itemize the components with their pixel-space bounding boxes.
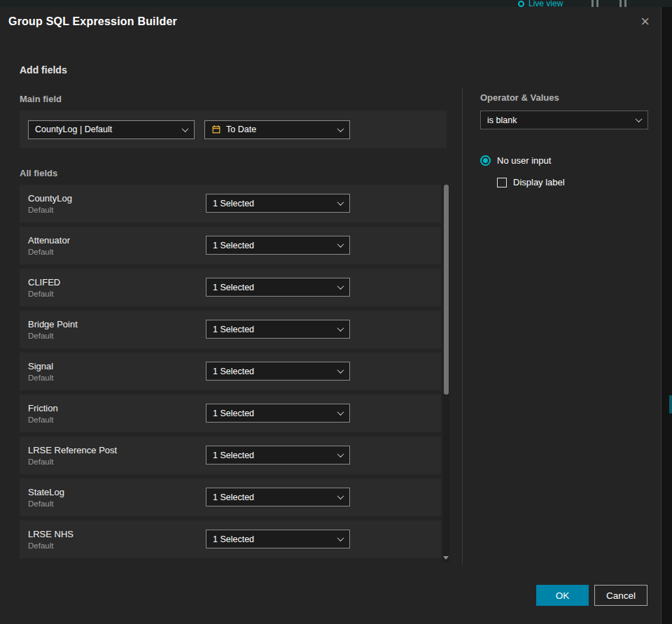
field-subtitle: Default: [28, 458, 117, 466]
field-selected-dropdown-label: 1 Selected: [213, 534, 332, 544]
cancel-button[interactable]: Cancel: [594, 585, 648, 606]
operator-values-heading: Operator & Values: [480, 92, 559, 103]
display-label-checkbox[interactable]: [497, 178, 507, 187]
main-field-label: Main field: [20, 94, 62, 104]
vertical-divider: [462, 87, 463, 565]
field-texts: Friction Default: [28, 403, 58, 424]
all-fields-list: CountyLog Default 1 Selected Attenuator …: [20, 185, 441, 562]
field-type-dropdown-label: To Date: [226, 125, 332, 134]
field-selected-dropdown-label: 1 Selected: [213, 199, 332, 208]
field-selected-dropdown-label: 1 Selected: [213, 283, 332, 292]
radio-dot: [483, 158, 488, 163]
field-texts: Bridge Point Default: [28, 319, 78, 340]
display-label-option: Display label: [497, 177, 565, 187]
chevron-down-icon: [337, 241, 344, 248]
main-field-dropdown-label: CountyLog | Default: [35, 125, 177, 134]
field-texts: LRSE NHS Default: [28, 529, 74, 550]
field-selected-dropdown[interactable]: 1 Selected: [206, 278, 350, 297]
field-name: Friction: [28, 403, 58, 413]
field-selected-dropdown[interactable]: 1 Selected: [206, 236, 350, 255]
field-selected-dropdown-label: 1 Selected: [213, 492, 332, 502]
field-row: LRSE Reference Post Default 1 Selected: [20, 437, 441, 474]
chevron-down-icon: [337, 283, 344, 290]
all-fields-label: All fields: [20, 168, 57, 178]
field-subtitle: Default: [28, 416, 58, 424]
live-view-icon: [518, 1, 524, 7]
field-selected-dropdown[interactable]: 1 Selected: [206, 488, 350, 506]
scrollbar-thumb[interactable]: [444, 185, 449, 395]
chevron-down-icon: [337, 199, 344, 206]
scrollbar-track[interactable]: [443, 185, 449, 562]
group-sql-expression-builder-dialog: Group SQL Expression Builder × Add field…: [0, 7, 662, 624]
main-field-row: CountyLog | Default To Date: [20, 111, 447, 148]
no-user-input-option: No user input: [480, 155, 551, 166]
chevron-down-icon: [337, 451, 344, 458]
field-name: LRSE Reference Post: [28, 445, 117, 455]
column-chart-icon: [620, 0, 626, 7]
chevron-down-icon: [337, 492, 344, 499]
scroll-down-icon[interactable]: [443, 556, 449, 560]
main-field-dropdown[interactable]: CountyLog | Default: [28, 120, 195, 139]
no-user-input-label: No user input: [497, 155, 551, 166]
field-selected-dropdown-label: 1 Selected: [213, 451, 332, 460]
field-selected-dropdown-label: 1 Selected: [213, 409, 332, 418]
operator-dropdown[interactable]: is blank: [480, 111, 648, 129]
chevron-down-icon: [337, 534, 344, 541]
dialog-title: Group SQL Expression Builder: [8, 15, 177, 28]
field-row: CLIFED Default 1 Selected: [20, 269, 441, 306]
field-subtitle: Default: [28, 248, 70, 256]
field-selected-dropdown-label: 1 Selected: [213, 325, 332, 334]
close-icon[interactable]: ×: [640, 14, 650, 29]
field-name: Signal: [28, 361, 53, 371]
field-selected-dropdown-label: 1 Selected: [213, 367, 332, 376]
field-row: StateLog Default 1 Selected: [20, 478, 441, 516]
field-selected-dropdown[interactable]: 1 Selected: [206, 530, 350, 548]
field-name: LRSE NHS: [28, 529, 74, 539]
operator-dropdown-label: is blank: [487, 115, 631, 125]
field-row: Friction Default 1 Selected: [20, 395, 441, 432]
column-chart-icon: [592, 0, 598, 7]
field-subtitle: Default: [28, 374, 53, 382]
field-texts: Signal Default: [28, 361, 53, 382]
field-selected-dropdown[interactable]: 1 Selected: [206, 194, 350, 213]
backdrop-top-strip: Live view: [0, 0, 672, 7]
chevron-down-icon: [636, 115, 643, 122]
chevron-down-icon: [337, 409, 344, 416]
chevron-down-icon: [337, 325, 344, 332]
field-selected-dropdown[interactable]: 1 Selected: [206, 446, 350, 465]
chevron-down-icon: [337, 367, 344, 374]
backdrop-accent-sliver: [669, 395, 672, 413]
field-selected-dropdown[interactable]: 1 Selected: [206, 320, 350, 339]
field-name: Attenuator: [28, 235, 70, 246]
field-name: CLIFED: [28, 277, 60, 288]
field-subtitle: Default: [28, 499, 64, 508]
live-view-label: Live view: [528, 0, 563, 7]
display-label-label: Display label: [513, 177, 565, 187]
field-row: Bridge Point Default 1 Selected: [20, 311, 441, 348]
calendar-icon: [211, 125, 221, 134]
field-selected-dropdown[interactable]: 1 Selected: [206, 404, 350, 423]
field-texts: CountyLog Default: [28, 193, 72, 214]
field-name: Bridge Point: [28, 319, 78, 329]
chevron-down-icon: [337, 125, 344, 132]
backdrop-right-strip: [662, 7, 672, 624]
field-subtitle: Default: [28, 290, 60, 298]
field-row: Signal Default 1 Selected: [20, 353, 441, 390]
field-selected-dropdown-label: 1 Selected: [213, 241, 332, 250]
field-row: LRSE NHS Default 1 Selected: [20, 520, 441, 558]
field-texts: Attenuator Default: [28, 235, 70, 256]
field-subtitle: Default: [28, 206, 72, 214]
field-type-dropdown[interactable]: To Date: [204, 120, 350, 139]
field-selected-dropdown[interactable]: 1 Selected: [206, 362, 350, 381]
field-texts: CLIFED Default: [28, 277, 60, 298]
field-name: StateLog: [28, 487, 64, 497]
field-subtitle: Default: [28, 541, 74, 550]
field-name: CountyLog: [28, 193, 72, 204]
field-subtitle: Default: [28, 332, 78, 340]
add-fields-heading: Add fields: [20, 64, 67, 76]
chevron-down-icon: [182, 125, 189, 132]
field-row: Attenuator Default 1 Selected: [20, 227, 441, 264]
no-user-input-radio[interactable]: [480, 155, 491, 166]
ok-button[interactable]: OK: [536, 585, 589, 606]
field-row: CountyLog Default 1 Selected: [20, 185, 441, 222]
